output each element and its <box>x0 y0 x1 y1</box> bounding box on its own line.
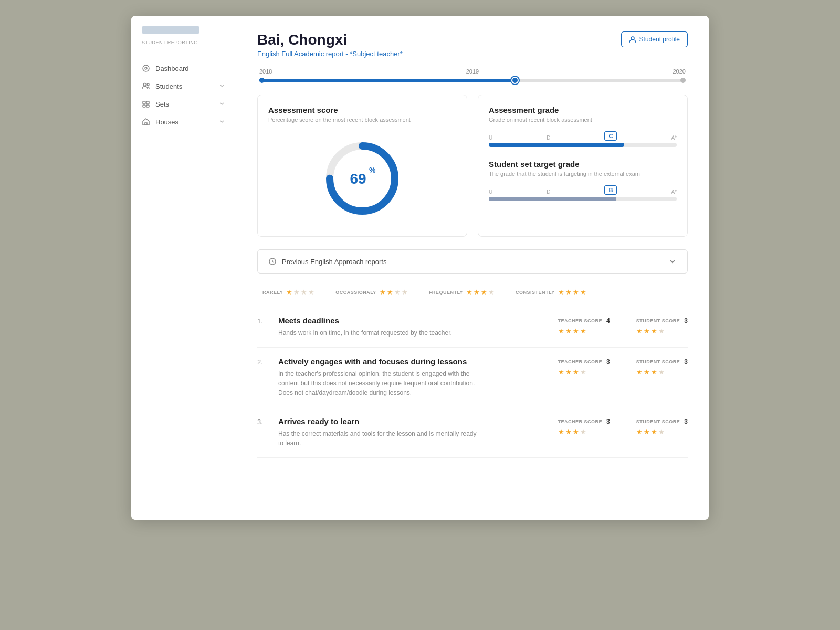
sets-chevron-icon <box>219 101 225 107</box>
timeline-dot-active <box>511 77 519 84</box>
legend-consistently-label: CONSISTENTLY <box>516 290 555 295</box>
student-stars-2: ★ ★ ★ ★ <box>636 368 665 376</box>
houses-chevron-icon <box>219 119 225 125</box>
criterion-item-2: 2. Actively engages with and focuses dur… <box>257 348 688 407</box>
donut-svg: 69 % <box>320 136 404 220</box>
grade-c-badge: C <box>604 131 617 141</box>
legend-occasionally: OCCASSIONALY ★ ★ ★ ★ <box>335 288 408 296</box>
svg-rect-6 <box>143 105 145 107</box>
criterion-title-2: Actively engages with and focuses during… <box>278 357 550 366</box>
student-score-value-1: 3 <box>684 317 688 324</box>
legend-occasionally-stars: ★ ★ ★ ★ <box>380 288 408 296</box>
sidebar-app-title: STUDENT REPORTING <box>131 40 236 54</box>
criterion-title-3: Arrives ready to learn <box>278 417 550 426</box>
legend-frequently-label: FREQUENTLY <box>429 290 463 295</box>
logo-image <box>142 26 200 34</box>
sidebar-item-houses[interactable]: Houses <box>131 113 236 131</box>
criterion-desc-1: Hands work in on time, in the format req… <box>278 328 478 338</box>
criterion-number-3: 3. <box>257 417 270 426</box>
criterion-item-1: 1. Meets deadlines Hands work in on time… <box>257 307 688 348</box>
sidebar-label-students: Students <box>155 82 214 90</box>
criterion-item-3: 3. Arrives ready to learn Has the correc… <box>257 407 688 458</box>
previous-reports-toggle[interactable]: Previous English Approach reports <box>257 249 688 274</box>
criterion-desc-2: In the teacher's professional opinion, t… <box>278 369 478 397</box>
teacher-score-value-3: 3 <box>606 418 610 425</box>
page-header: Bai, Chongxi English Full Academic repor… <box>257 32 688 58</box>
teacher-score-1: TEACHER SCORE 4 ★ ★ ★ ★ <box>558 317 610 335</box>
svg-point-3 <box>147 83 149 86</box>
sets-icon <box>142 100 150 108</box>
profile-icon <box>629 36 636 43</box>
student-score-label-3: STUDENT SCORE <box>636 419 680 424</box>
legend-consistently: CONSISTENTLY ★ ★ ★ ★ <box>516 288 586 296</box>
header-text: Bai, Chongxi English Full Academic repor… <box>257 32 403 58</box>
student-score-value-3: 3 <box>684 418 688 425</box>
sidebar-divider <box>131 54 236 54</box>
target-grade-section: Student set target grade The grade that … <box>489 160 677 201</box>
legend-frequently: FREQUENTLY ★ ★ ★ ★ <box>429 288 495 296</box>
timeline-fill <box>259 79 515 82</box>
chevron-down-icon <box>668 257 677 266</box>
student-score-1: STUDENT SCORE 3 ★ ★ ★ ★ <box>636 317 688 335</box>
student-profile-button[interactable]: Student profile <box>621 32 688 47</box>
target-bar-track <box>489 197 677 201</box>
criterion-scores-1: TEACHER SCORE 4 ★ ★ ★ ★ STUDENT SCORE <box>558 316 688 335</box>
timeline-labels: 2018 2019 2020 <box>259 68 686 75</box>
timeline-track[interactable] <box>259 79 686 82</box>
sidebar-item-sets[interactable]: Sets <box>131 95 236 113</box>
svg-point-2 <box>144 83 146 86</box>
svg-rect-5 <box>146 101 149 104</box>
target-bar-fill <box>489 197 616 201</box>
report-subtitle: English Full Academic report - *Subject … <box>257 50 403 58</box>
assessment-grade-title: Assessment grade <box>489 106 677 114</box>
sidebar-label-houses: Houses <box>155 118 214 126</box>
teacher-score-2: TEACHER SCORE 3 ★ ★ ★ ★ <box>558 358 610 376</box>
grade-bar-labels: U D C A* <box>489 131 677 141</box>
sidebar-item-dashboard[interactable]: Dashboard <box>131 59 236 77</box>
timeline-dot-end <box>680 78 686 83</box>
main-content: Bai, Chongxi English Full Academic repor… <box>236 16 709 520</box>
legend-consistently-stars: ★ ★ ★ ★ <box>558 288 586 296</box>
target-bar-labels: U D B A* <box>489 185 677 195</box>
grade-b-badge: B <box>604 185 617 195</box>
page-title: Bai, Chongxi <box>257 32 403 48</box>
donut-chart: 69 % <box>268 131 456 226</box>
svg-text:%: % <box>369 166 376 174</box>
criterion-scores-2: TEACHER SCORE 3 ★ ★ ★ ★ STUDENT SCORE <box>558 357 688 376</box>
sidebar-label-sets: Sets <box>155 100 214 108</box>
legend-rarely: RARELY ★ ★ ★ ★ <box>262 288 314 296</box>
assessment-grade-card: Assessment grade Grade on most recent bl… <box>478 94 688 237</box>
sidebar-item-students[interactable]: Students <box>131 77 236 95</box>
teacher-score-value-1: 4 <box>606 317 610 324</box>
timeline-bar: 2018 2019 2020 <box>257 68 688 82</box>
assessment-score-card: Assessment score Percentage score on the… <box>257 94 467 237</box>
students-icon <box>142 82 150 90</box>
target-grade-title: Student set target grade <box>489 160 677 169</box>
teacher-score-3: TEACHER SCORE 3 ★ ★ ★ ★ <box>558 418 610 436</box>
criterion-title-1: Meets deadlines <box>278 316 550 325</box>
svg-rect-7 <box>146 105 149 107</box>
teacher-score-label-3: TEACHER SCORE <box>558 419 603 424</box>
timeline-dot-start <box>259 78 265 83</box>
assessment-grade-desc: Grade on most recent block assessment <box>489 117 677 123</box>
legend-occasionally-label: OCCASSIONALY <box>335 290 376 295</box>
grade-bar-fill <box>489 143 624 147</box>
prev-reports-label: Previous English Approach reports <box>282 258 386 266</box>
criterion-desc-3: Has the correct materials and tools for … <box>278 429 478 448</box>
assessment-score-desc: Percentage score on the most recent bloc… <box>268 117 456 123</box>
assessment-grade-section: Assessment grade Grade on most recent bl… <box>489 106 677 147</box>
teacher-stars-2: ★ ★ ★ ★ <box>558 368 586 376</box>
sidebar-logo <box>131 26 236 40</box>
students-chevron-icon <box>219 83 225 89</box>
teacher-score-value-2: 3 <box>606 358 610 365</box>
prev-reports-left: Previous English Approach reports <box>268 257 386 266</box>
houses-icon <box>142 118 150 126</box>
teacher-score-label-1: TEACHER SCORE <box>558 318 603 323</box>
teacher-stars-1: ★ ★ ★ ★ <box>558 327 586 335</box>
svg-text:69: 69 <box>350 171 366 187</box>
criterion-number-2: 2. <box>257 357 270 366</box>
app-container: STUDENT REPORTING Dashboard Students <box>131 16 709 520</box>
grade-bar-track <box>489 143 677 147</box>
student-score-2: STUDENT SCORE 3 ★ ★ ★ ★ <box>636 358 688 376</box>
student-score-value-2: 3 <box>684 358 688 365</box>
